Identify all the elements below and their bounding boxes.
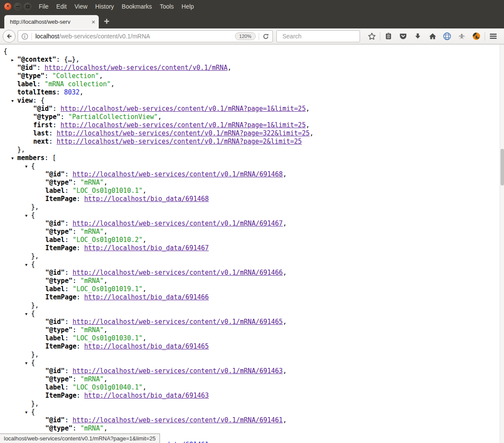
json-key: "@id" — [17, 64, 37, 72]
search-box[interactable] — [276, 30, 360, 42]
fly-extension-button[interactable] — [454, 31, 469, 42]
json-line: ▼{ — [0, 211, 504, 220]
menu-tools[interactable]: Tools — [156, 1, 178, 12]
home-button[interactable] — [425, 31, 440, 42]
json-line: "@type": "mRNA", — [0, 424, 504, 433]
json-line: label: "LOC_Os01g01030.1", — [0, 334, 504, 342]
pocket-button[interactable] — [396, 31, 410, 42]
orange-extension-icon — [472, 32, 481, 41]
json-line: "@type": "PartialCollectionView", — [0, 113, 504, 121]
reading-list-button[interactable] — [381, 31, 396, 42]
member-id-link[interactable]: http://localhost/web-services/content/v0… — [72, 318, 283, 326]
collapse-toggle-icon[interactable]: ▼ — [9, 154, 16, 163]
scrollbar-thumb[interactable] — [501, 149, 504, 185]
bookmark-star-button[interactable] — [364, 31, 379, 42]
json-line: label: "LOC_Os01g01010.2", — [0, 236, 504, 244]
menu-file[interactable]: File — [35, 1, 53, 12]
json-viewer: { ▶"@context": {…}, "@id": http://localh… — [0, 44, 504, 443]
collapse-toggle-icon[interactable]: ▼ — [9, 97, 16, 105]
browser-window: × File Edit View History Bookmarks Tools… — [0, 0, 504, 443]
menu-bookmarks[interactable]: Bookmarks — [118, 1, 156, 12]
zoom-level-badge[interactable]: 120% — [235, 32, 256, 40]
member-id-link[interactable]: http://localhost/web-services/content/v0… — [72, 367, 283, 375]
search-input[interactable] — [282, 33, 360, 40]
member-itempage-link[interactable]: http://localhost/bio_data/691468 — [84, 195, 209, 203]
menu-edit[interactable]: Edit — [53, 1, 71, 12]
tab-localhost[interactable]: http://localhost/web-serv × — [4, 15, 99, 28]
json-line-context: ▶"@context": {…}, — [0, 56, 504, 64]
json-line: "@type": "mRNA", — [0, 179, 504, 187]
member-itempage-link[interactable]: http://localhost/bio_data/691467 — [84, 244, 209, 252]
json-string: "mRNA" — [80, 424, 103, 432]
info-icon[interactable] — [21, 33, 28, 40]
navigation-toolbar: localhost/web-services/content/v0.1/mRNA… — [0, 28, 504, 44]
hamburger-icon — [489, 32, 498, 41]
json-collapsed-value[interactable]: {…} — [64, 56, 75, 63]
json-line: label: "LOC_Os01g01019.1", — [0, 285, 504, 293]
collapse-toggle-icon[interactable]: ▼ — [23, 310, 29, 318]
member-id-link[interactable]: http://localhost/web-services/content/v0… — [72, 170, 283, 178]
orange-extension-button[interactable] — [469, 31, 484, 42]
json-key: ItemPage — [45, 392, 76, 399]
json-string: "mRNA" — [80, 179, 103, 186]
menu-history[interactable]: History — [91, 1, 118, 12]
home-icon — [429, 32, 437, 41]
collapse-toggle-icon[interactable]: ▼ — [23, 359, 29, 368]
json-link[interactable]: http://localhost/web-services/content/v0… — [60, 121, 306, 129]
menu-help[interactable]: Help — [178, 1, 198, 12]
json-line: ItemPage: http://localhost/bio_data/6914… — [0, 293, 504, 302]
url-path: /web-services/content/v0.1/mRNA — [59, 33, 150, 40]
json-key: label — [45, 334, 65, 342]
collapse-toggle-icon[interactable]: ▼ — [23, 408, 29, 417]
collapse-toggle-icon[interactable]: ▼ — [23, 261, 29, 269]
minimize-window-button[interactable] — [14, 3, 22, 10]
page-content: { ▶"@context": {…}, "@id": http://localh… — [0, 44, 504, 443]
json-string: "LOC_Os01g01019.1" — [72, 285, 143, 293]
downloads-button[interactable] — [410, 31, 425, 42]
maximize-window-button[interactable] — [24, 3, 31, 10]
json-line: first: http://localhost/web-services/con… — [0, 121, 504, 129]
json-key: "@id" — [45, 416, 65, 424]
new-tab-button[interactable]: + — [104, 16, 110, 27]
url-bar[interactable]: localhost/web-services/content/v0.1/mRNA… — [18, 30, 273, 42]
member-id-link[interactable]: http://localhost/web-services/content/v0… — [72, 220, 283, 227]
json-link[interactable]: http://localhost/web-services/content/v0… — [60, 105, 306, 113]
json-key: "@type" — [45, 424, 72, 432]
menu-items: File Edit View History Bookmarks Tools H… — [35, 1, 198, 12]
json-link[interactable]: http://localhost/web-services/content/v0… — [44, 64, 227, 72]
menu-button[interactable] — [486, 31, 501, 42]
json-string: "mRNA" — [80, 326, 103, 334]
url-input[interactable]: localhost/web-services/content/v0.1/mRNA — [35, 33, 235, 40]
json-line: "@id": http://localhost/web-services/con… — [0, 220, 504, 228]
back-button[interactable] — [3, 30, 16, 43]
toolbar-separator-2 — [485, 32, 485, 41]
expand-toggle-icon[interactable]: ▶ — [9, 56, 16, 64]
json-link[interactable]: http://localhost/web-services/content/v0… — [56, 138, 302, 145]
urlbar-divider-2 — [259, 33, 259, 40]
close-window-button[interactable]: × — [4, 3, 12, 10]
json-key: ItemPage — [45, 195, 76, 203]
menubar: × File Edit View History Bookmarks Tools… — [0, 0, 504, 13]
json-line: "@type": "mRNA", — [0, 375, 504, 383]
json-line: "@id": http://localhost/web-services/con… — [0, 269, 504, 277]
member-itempage-link[interactable]: http://localhost/bio_data/691466 — [84, 293, 209, 301]
member-itempage-link[interactable]: http://localhost/bio_data/691463 — [84, 392, 209, 399]
json-line: ItemPage: http://localhost/bio_data/6914… — [0, 195, 504, 203]
reload-button[interactable] — [263, 33, 269, 40]
menu-view[interactable]: View — [71, 1, 91, 12]
bookmark-star-icon — [368, 32, 376, 41]
json-key: label — [45, 187, 65, 195]
json-key: "@type" — [17, 72, 44, 80]
json-key: "@type" — [45, 277, 72, 285]
collapse-toggle-icon[interactable]: ▼ — [23, 163, 29, 171]
fly-extension-icon — [458, 32, 466, 40]
tab-close-icon[interactable]: × — [91, 19, 95, 25]
collapse-toggle-icon[interactable]: ▼ — [23, 212, 29, 220]
member-id-link[interactable]: http://localhost/web-services/content/v0… — [72, 269, 283, 276]
json-link[interactable]: http://localhost/web-services/content/v0… — [56, 129, 310, 137]
globe-extension-button[interactable] — [440, 31, 454, 42]
json-key: "@id" — [33, 105, 53, 113]
member-itempage-link[interactable]: http://localhost/bio_data/691465 — [84, 342, 209, 350]
vertical-scrollbar[interactable] — [500, 44, 504, 443]
json-link[interactable]: http://localhost/web-services/content/v0… — [72, 416, 283, 424]
